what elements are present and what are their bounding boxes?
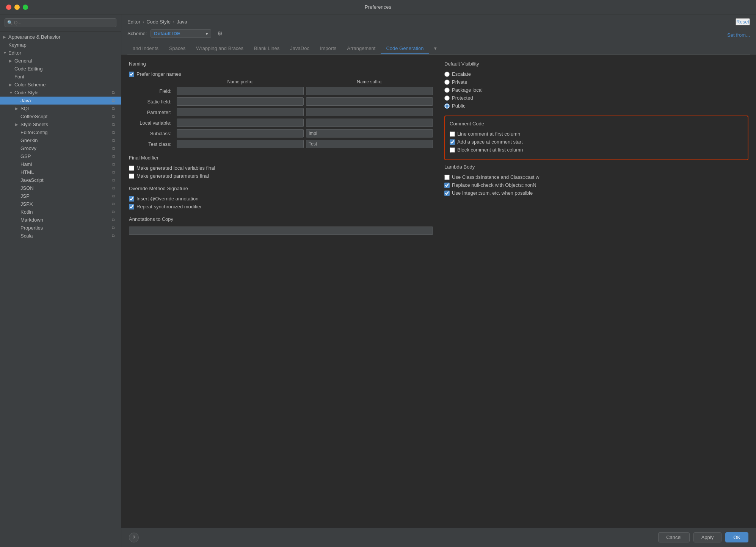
sidebar-item-appearance[interactable]: ▶Appearance & Behavior: [0, 33, 121, 41]
sidebar-item-font[interactable]: Font: [0, 73, 121, 81]
sidebar-item-json[interactable]: JSON⧉: [0, 184, 121, 192]
block-comment-first-checkbox[interactable]: [450, 147, 455, 153]
naming-suffix-local-variable[interactable]: [306, 119, 433, 127]
private-radio[interactable]: [444, 80, 450, 85]
sidebar-item-code-style[interactable]: ▼Code Style⧉: [0, 89, 121, 97]
naming-suffix-subclass[interactable]: [306, 129, 433, 138]
public-radio[interactable]: [444, 103, 450, 109]
sidebar-item-kotlin[interactable]: Kotlin⧉: [0, 208, 121, 216]
tab-imports[interactable]: Imports: [315, 43, 342, 54]
sidebar-item-editorconfig[interactable]: EditorConfig⧉: [0, 128, 121, 136]
tab-indents[interactable]: and Indents: [127, 43, 164, 54]
sidebar-item-jsp[interactable]: JSP⧉: [0, 192, 121, 200]
sidebar-item-style-sheets[interactable]: ▶Style Sheets⧉: [0, 120, 121, 128]
editorconfig-copy-icon: ⧉: [112, 130, 118, 135]
sidebar-item-coffeescript[interactable]: CoffeeScript⧉: [0, 113, 121, 120]
replace-null-check-label: Replace null-check with Objects::nonN: [452, 182, 536, 188]
sidebar-item-html[interactable]: HTML⧉: [0, 168, 121, 176]
escalate-radio[interactable]: [444, 72, 450, 77]
package-local-radio[interactable]: [444, 88, 450, 93]
gsp-copy-icon: ⧉: [112, 154, 118, 159]
block-comment-first-row: Block comment at first column: [450, 147, 743, 153]
space-at-start-checkbox[interactable]: [450, 139, 455, 145]
close-button[interactable]: [6, 5, 11, 10]
sidebar-item-label-style-sheets: Style Sheets: [20, 122, 48, 127]
make-local-final-checkbox[interactable]: [129, 166, 134, 171]
scala-copy-icon: ⧉: [112, 233, 118, 238]
naming-prefix-static-field[interactable]: [177, 97, 304, 106]
sidebar-item-java[interactable]: Java⧉: [0, 97, 121, 105]
naming-prefix-test-class[interactable]: [177, 140, 304, 148]
tab-javadoc[interactable]: JavaDoc: [285, 43, 315, 54]
annotations-input[interactable]: [129, 227, 433, 235]
sidebar-item-properties[interactable]: Properties⧉: [0, 224, 121, 232]
replace-null-check-checkbox[interactable]: [444, 183, 450, 188]
use-class-isinstance-checkbox[interactable]: [444, 175, 450, 180]
naming-suffix-static-field[interactable]: [306, 97, 433, 106]
ok-button[interactable]: OK: [725, 532, 748, 542]
insert-override-checkbox[interactable]: [129, 196, 134, 202]
sidebar-item-general[interactable]: ▶General: [0, 57, 121, 65]
apply-button[interactable]: Apply: [693, 532, 722, 542]
sidebar-item-javascript[interactable]: JavaScript⧉: [0, 176, 121, 184]
sql-arrow-icon: ▶: [15, 106, 20, 111]
sidebar-item-editor[interactable]: ▼Editor: [0, 49, 121, 57]
breadcrumb-java: Java: [177, 19, 187, 25]
tab-wrapping[interactable]: Wrapping and Braces: [191, 43, 249, 54]
naming-prefix-local-variable[interactable]: [177, 119, 304, 127]
reset-button[interactable]: Reset: [736, 18, 750, 25]
package-local-row: Package local: [444, 87, 748, 93]
repeat-synchronized-checkbox[interactable]: [129, 204, 134, 209]
lambda-body-title: Lambda Body: [444, 164, 748, 170]
tabs-row: and IndentsSpacesWrapping and BracesBlan…: [127, 43, 750, 55]
sidebar-item-haml[interactable]: Haml⧉: [0, 160, 121, 168]
naming-suffix-parameter[interactable]: [306, 108, 433, 116]
set-from-button[interactable]: Set from...: [727, 32, 750, 38]
line-comment-first-checkbox[interactable]: [450, 131, 455, 137]
naming-suffix-test-class[interactable]: [306, 140, 433, 148]
use-integer-sum-row: Use Integer::sum, etc. when possible: [444, 190, 748, 196]
tab-code-generation[interactable]: Code Generation: [381, 43, 429, 54]
sidebar-item-scala[interactable]: Scala⧉: [0, 232, 121, 240]
tab-blank-lines[interactable]: Blank Lines: [249, 43, 285, 54]
sidebar-item-sql[interactable]: ▶SQL⧉: [0, 105, 121, 113]
naming-suffix-field[interactable]: [306, 87, 433, 95]
sidebar-item-keymap[interactable]: Keymap: [0, 41, 121, 49]
help-button[interactable]: ?: [129, 533, 139, 542]
block-comment-first-label: Block comment at first column: [457, 147, 523, 153]
naming-label-local-variable: Local variable:: [129, 120, 174, 126]
content-area: Editor › Code Style › Java Reset Scheme:…: [121, 14, 756, 547]
maximize-button[interactable]: [23, 5, 28, 10]
cancel-button[interactable]: Cancel: [658, 532, 689, 542]
sidebar-item-code-editing[interactable]: Code Editing: [0, 65, 121, 73]
name-suffix-header: Name suffix:: [306, 79, 433, 84]
naming-prefix-parameter[interactable]: [177, 108, 304, 116]
scheme-select[interactable]: Default IDE: [151, 29, 211, 38]
breadcrumb-code-style: Code Style: [146, 19, 171, 25]
minimize-button[interactable]: [14, 5, 20, 10]
sidebar-item-gherkin[interactable]: Gherkin⧉: [0, 136, 121, 144]
appearance-arrow-icon: ▶: [3, 35, 8, 39]
sidebar-item-gsp[interactable]: GSP⧉: [0, 152, 121, 160]
kotlin-copy-icon: ⧉: [112, 209, 118, 214]
sidebar-item-label-general: General: [14, 58, 32, 64]
tab-arrangement[interactable]: Arrangement: [342, 43, 381, 54]
sidebar-item-markdown[interactable]: Markdown⧉: [0, 216, 121, 224]
title-bar: Preferences: [0, 0, 756, 14]
naming-prefix-field[interactable]: [177, 87, 304, 95]
naming-prefix-subclass[interactable]: [177, 129, 304, 138]
tab-more[interactable]: ▾: [429, 43, 442, 54]
make-params-final-checkbox[interactable]: [129, 173, 134, 179]
space-at-start-label: Add a space at comment start: [457, 139, 523, 145]
sidebar-item-jspx[interactable]: JSPX⧉: [0, 200, 121, 208]
default-visibility-title: Default Visibility: [444, 61, 748, 67]
sidebar-tree: ▶Appearance & BehaviorKeymap▼Editor▶Gene…: [0, 31, 121, 547]
protected-radio[interactable]: [444, 95, 450, 101]
search-input[interactable]: [5, 18, 116, 27]
use-integer-sum-checkbox[interactable]: [444, 191, 450, 196]
tab-spaces[interactable]: Spaces: [164, 43, 191, 54]
sidebar-item-groovy[interactable]: Groovy⧉: [0, 144, 121, 152]
gear-button[interactable]: ⚙: [215, 29, 225, 38]
prefer-longer-checkbox[interactable]: [129, 72, 134, 77]
sidebar-item-color-scheme[interactable]: ▶Color Scheme: [0, 81, 121, 89]
